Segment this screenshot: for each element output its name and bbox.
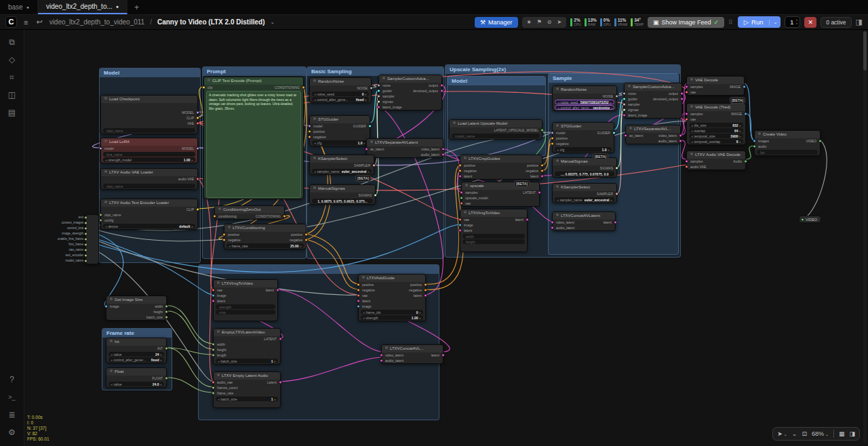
- clip-input-port[interactable]: [202, 86, 205, 89]
- undo-icon[interactable]: ↩: [35, 18, 43, 26]
- help-icon[interactable]: ?: [4, 371, 20, 388]
- widget-strength[interactable]: strength: [216, 304, 275, 309]
- node-ksamplerselect[interactable]: KSamplerSelectSAMPLER◂sampler_nameeuler_…: [552, 183, 617, 203]
- output-output-port[interactable]: [440, 84, 443, 87]
- latent-input-port[interactable]: [212, 300, 215, 303]
- collapse-dot[interactable]: [556, 87, 559, 90]
- collapsed-node-video[interactable]: VIDEO: [799, 216, 821, 223]
- collapse-dot[interactable]: [690, 153, 693, 155]
- latent-upscale-model-output-port[interactable]: [540, 129, 544, 132]
- run-button[interactable]: ▷ Run ⌄: [738, 16, 781, 28]
- model-input-port[interactable]: [551, 131, 554, 135]
- sigmas-output-port[interactable]: [615, 167, 618, 170]
- collapse-dot[interactable]: [104, 97, 107, 100]
- batch-size-output-port[interactable]: [165, 316, 168, 319]
- int-output-port[interactable]: [165, 347, 168, 350]
- collapse-dot[interactable]: [690, 105, 693, 108]
- denoised-output-output-port[interactable]: [680, 98, 684, 101]
- collapse-dot[interactable]: [362, 276, 365, 279]
- stop-button[interactable]: ✕: [804, 17, 816, 28]
- video-latent-output-port[interactable]: [441, 148, 445, 151]
- enable-first-frame-input-port[interactable]: [84, 238, 87, 241]
- audio-vae-output-port[interactable]: [196, 178, 199, 181]
- video-latent-output-port[interactable]: [679, 134, 682, 138]
- audio-vae-input-port[interactable]: [685, 165, 688, 169]
- image-output-port[interactable]: [744, 113, 747, 116]
- new-tab-button[interactable]: +: [127, 0, 146, 14]
- node-ltxv-audio-text-encoder-loader[interactable]: LTXV Audio Text Encoder LoaderCLIPckpt_n…: [100, 199, 198, 230]
- collapse-dot[interactable]: [453, 121, 456, 124]
- widget-device[interactable]: ◂devicedefault▸: [103, 224, 195, 228]
- collapse-dot[interactable]: [110, 340, 113, 342]
- terminal-icon[interactable]: >_: [4, 389, 20, 405]
- collapse-dot[interactable]: [313, 157, 316, 159]
- widget-overlap[interactable]: ◂overlap64▸: [689, 128, 743, 133]
- sampler-input-port[interactable]: [377, 95, 380, 98]
- models-icon[interactable]: ◇: [4, 52, 20, 68]
- widget-fps[interactable]: fps: [757, 150, 818, 155]
- collapse-dot[interactable]: [313, 79, 316, 82]
- collapse-dot[interactable]: [313, 117, 316, 120]
- height-output-port[interactable]: [165, 310, 168, 314]
- widget-height[interactable]: height: [462, 239, 525, 244]
- latent-output-port[interactable]: [441, 354, 445, 357]
- width-input-port[interactable]: [212, 343, 215, 346]
- node-conditioningzeroout[interactable]: ConditioningZeroOutconditioningCONDITION…: [214, 205, 285, 220]
- av-latent-input-port[interactable]: [365, 148, 368, 151]
- node-load-latent-upscale-model[interactable]: Load Latent Upscale ModelLATENT_UPSCALE_…: [449, 119, 542, 140]
- latent-output-port[interactable]: [614, 221, 617, 224]
- latent-output-port[interactable]: [276, 289, 279, 292]
- minimap-toggle-button[interactable]: ▦: [839, 430, 845, 437]
- image-output-port[interactable]: [743, 85, 746, 89]
- image-input-port[interactable]: [104, 305, 108, 308]
- fit-view-button[interactable]: ⊡: [802, 430, 807, 437]
- node-graph-canvas[interactable]: ModelPromptBasic SamplingUpscale Samplin…: [0, 0, 868, 446]
- negative-output-port[interactable]: [540, 169, 544, 173]
- widget-batch-size[interactable]: ◂batch_size1▸: [216, 359, 278, 363]
- sigmas-input-port[interactable]: [623, 108, 626, 112]
- collapse-dot[interactable]: [313, 186, 316, 189]
- samples-input-port[interactable]: [685, 160, 688, 163]
- ckpt-name-input-port[interactable]: [99, 214, 102, 217]
- audio-input-port[interactable]: [753, 145, 756, 148]
- node-emptyltxvlatentvideo[interactable]: EmptyLTXVLatentVideoLATENTwidthheightlen…: [213, 328, 281, 365]
- nodes-icon[interactable]: ⌗: [4, 69, 20, 85]
- widget-control-after-gene[interactable]: ◂control_after_gene...randomize▸: [555, 105, 614, 110]
- sampler-output-port[interactable]: [372, 164, 376, 167]
- model-input-port[interactable]: [308, 125, 311, 128]
- widget-value[interactable]: ◂value24▸: [108, 352, 164, 357]
- video-port[interactable]: [801, 218, 804, 221]
- breadcrumb-file[interactable]: video_ltx2_depth_to_video_011: [50, 18, 145, 26]
- collapse-dot[interactable]: [228, 226, 231, 228]
- node-ltxvseparateavl[interactable]: LTXVSeparateAVL...av_latentvideo_latenta…: [625, 125, 681, 144]
- chevron-down-icon[interactable]: ⌄: [270, 19, 275, 25]
- pan-tool-button[interactable]: ⌄: [792, 430, 797, 437]
- clip-output-port[interactable]: [196, 208, 199, 211]
- latent-output-port[interactable]: [526, 218, 529, 222]
- link-image[interactable]: [746, 113, 754, 140]
- collapse-dot[interactable]: [629, 127, 632, 129]
- prompt-textarea[interactable]: A cinematic tracking shot glides over a …: [206, 91, 301, 198]
- model-output-port[interactable]: [196, 111, 199, 115]
- node-clip-text-encode-prompt[interactable]: CLIP Text Encode (Prompt)clipCONDITIONIN…: [203, 77, 304, 199]
- node-ltxvconcatavl[interactable]: LTXVConcatAVL...video_latentlatentaudio_…: [381, 344, 443, 364]
- collapse-dot[interactable]: [758, 132, 761, 135]
- widget-cfg[interactable]: ◂cfg1.0▸: [312, 140, 368, 145]
- negative-output-port[interactable]: [424, 289, 427, 292]
- star-icon[interactable]: ★: [527, 19, 532, 25]
- audio-vae-input-port[interactable]: [212, 381, 215, 384]
- text-input-port[interactable]: [84, 216, 87, 220]
- guider-input-port[interactable]: [623, 98, 626, 101]
- widget-ckpt-name[interactable]: ckpt_name: [103, 128, 195, 133]
- vae-name-input-port[interactable]: [84, 249, 87, 252]
- vae-input-port[interactable]: [458, 218, 462, 222]
- audio-latent-output-port[interactable]: [441, 153, 445, 157]
- noise-output-port[interactable]: [370, 87, 373, 90]
- collapse-dot[interactable]: [104, 201, 107, 203]
- node-int[interactable]: IntINT◂value24▸◂control_after_gener...fi…: [106, 338, 167, 363]
- text-encoder-input-port[interactable]: [84, 254, 87, 258]
- float-output-port[interactable]: [165, 377, 168, 380]
- collapse-dot[interactable]: [556, 159, 559, 162]
- select-tool-button[interactable]: ➤ ⌄: [777, 430, 787, 437]
- latent-output-port[interactable]: [279, 381, 282, 384]
